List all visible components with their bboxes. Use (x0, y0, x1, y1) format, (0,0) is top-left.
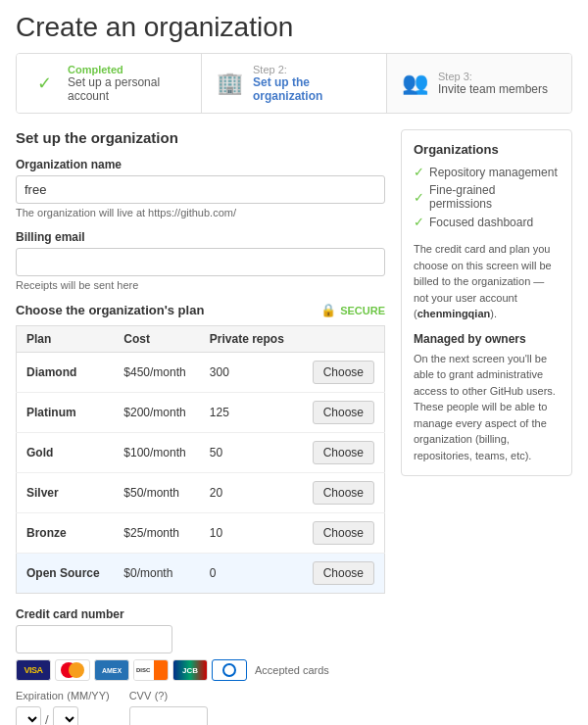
amex-icon: AMEX (94, 659, 129, 681)
page-title: Create an organization (0, 0, 588, 53)
col-action (299, 326, 385, 353)
visa-icon: VISA (16, 659, 51, 681)
plan-choose-cell: Choose (299, 433, 385, 473)
feature-item: ✓Focused dashboard (414, 215, 560, 229)
accepted-cards-text: Accepted cards (255, 664, 329, 676)
org-name-label: Organization name (16, 158, 385, 171)
cvv-hint: (?) (155, 690, 168, 701)
plan-repos: 10 (200, 513, 299, 554)
step1-name: Set up a personal account (68, 75, 189, 103)
plan-repos: 125 (200, 393, 299, 433)
choose-button-0[interactable]: Choose (313, 361, 374, 384)
managed-text: On the next screen you'll be able to gra… (414, 351, 560, 464)
left-panel: Set up the organization Organization nam… (16, 129, 385, 725)
billing-email-hint: Receipts will be sent here (16, 279, 385, 291)
main-content: Set up the organization Organization nam… (0, 129, 588, 725)
setup-title: Set up the organization (16, 129, 385, 146)
feature-label: Repository management (429, 166, 558, 179)
step1-label: Completed (68, 64, 189, 75)
step2-icon: 🏢 (214, 68, 245, 99)
plan-repos: 300 (200, 353, 299, 393)
expiry-month-select[interactable] (16, 706, 41, 725)
cvv-label-text: CVV (129, 690, 152, 701)
table-row: Silver $50/month 20 Choose (17, 473, 385, 513)
diners-icon (212, 659, 247, 681)
lock-icon: 🔒 (320, 303, 336, 317)
managed-title: Managed by owners (414, 332, 560, 346)
choose-button-3[interactable]: Choose (313, 481, 374, 505)
choose-button-4[interactable]: Choose (313, 521, 374, 545)
feature-item: ✓Repository management (414, 165, 560, 179)
jcb-icon: JCB (172, 659, 208, 681)
plan-table: Plan Cost Private repos Diamond $450/mon… (16, 325, 385, 594)
mastercard-icon (55, 659, 90, 681)
table-row: Diamond $450/month 300 Choose (17, 353, 385, 393)
choose-button-1[interactable]: Choose (313, 401, 374, 424)
plan-name: Silver (17, 473, 115, 513)
billing-email-group: Billing email Receipts will be sent here (16, 230, 385, 291)
plan-choose-cell: Choose (299, 393, 385, 433)
plan-name: Bronze (17, 513, 115, 554)
expiry-group: Expiration (MM/YY) / (16, 689, 110, 725)
plan-cost: $25/month (114, 513, 199, 554)
table-row: Bronze $25/month 10 Choose (17, 513, 385, 554)
feature-label: Fine-grained permissions (429, 183, 560, 211)
plan-choose-cell: Choose (299, 473, 385, 513)
right-panel: Organizations ✓Repository management✓Fin… (401, 129, 572, 725)
org-name-hint: The organization will live at https://gi… (16, 207, 385, 218)
expiry-year-select[interactable] (53, 706, 78, 725)
cvv-group: CVV (?) (129, 689, 208, 725)
credit-card-input[interactable] (16, 625, 172, 653)
step-1: ✓ Completed Set up a personal account (17, 54, 202, 113)
feature-label: Focused dashboard (429, 216, 533, 229)
choose-button-2[interactable]: Choose (313, 441, 374, 464)
plan-name: Platinum (17, 393, 115, 433)
plan-title: Choose the organization's plan (16, 303, 204, 317)
org-name-input[interactable] (16, 175, 385, 204)
col-plan: Plan (17, 326, 115, 353)
step2-label: Step 2: (253, 64, 374, 75)
plan-choose-cell: Choose (299, 353, 385, 393)
expiry-hint: (MM/YY) (67, 690, 109, 701)
feature-check-icon: ✓ (414, 215, 424, 229)
plan-name: Open Source (17, 554, 115, 594)
org-name-group: Organization name The organization will … (16, 158, 385, 218)
col-repos: Private repos (200, 326, 299, 353)
plan-repos: 20 (200, 473, 299, 513)
expiry-row: Expiration (MM/YY) / (16, 689, 385, 725)
plan-name: Diamond (17, 353, 115, 393)
plan-cost: $200/month (114, 393, 199, 433)
billing-email-input[interactable] (16, 248, 385, 276)
choose-button-5[interactable]: Choose (313, 561, 374, 585)
plan-header: Choose the organization's plan 🔒 SECURE (16, 303, 385, 317)
step3-icon: 👥 (399, 68, 430, 99)
step3-label: Step 3: (438, 71, 548, 82)
plan-cost: $0/month (114, 554, 199, 594)
cvv-input[interactable] (129, 706, 208, 725)
billing-email-label: Billing email (16, 230, 385, 244)
col-cost: Cost (114, 326, 199, 353)
plan-name: Gold (17, 433, 115, 473)
plan-cost: $100/month (114, 433, 199, 473)
card-icons-row: VISA AMEX DISC JCB Accepted c (16, 659, 385, 681)
feature-item: ✓Fine-grained permissions (414, 183, 560, 211)
secure-badge: 🔒 SECURE (320, 303, 385, 317)
step-3: 👥 Step 3: Invite team members (387, 54, 571, 113)
step-2: 🏢 Step 2: Set up the organization (202, 54, 387, 113)
feature-list: ✓Repository management✓Fine-grained perm… (414, 165, 560, 229)
step3-name: Invite team members (438, 82, 548, 96)
discover-icon: DISC (133, 659, 169, 681)
expiry-label-text: Expiration (16, 690, 64, 701)
credit-card-label: Credit card number (16, 607, 385, 621)
sidebar-box: Organizations ✓Repository management✓Fin… (401, 129, 572, 476)
plan-cost: $50/month (114, 473, 199, 513)
billing-note: The credit card and plan you choose on t… (414, 241, 560, 322)
feature-check-icon: ✓ (414, 190, 424, 205)
plan-choose-cell: Choose (299, 513, 385, 554)
step2-name: Set up the organization (253, 75, 374, 103)
feature-check-icon: ✓ (414, 165, 424, 179)
sidebar-title: Organizations (414, 142, 560, 157)
steps-bar: ✓ Completed Set up a personal account 🏢 … (16, 53, 572, 114)
plan-cost: $450/month (114, 353, 199, 393)
table-row: Platinum $200/month 125 Choose (17, 393, 385, 433)
